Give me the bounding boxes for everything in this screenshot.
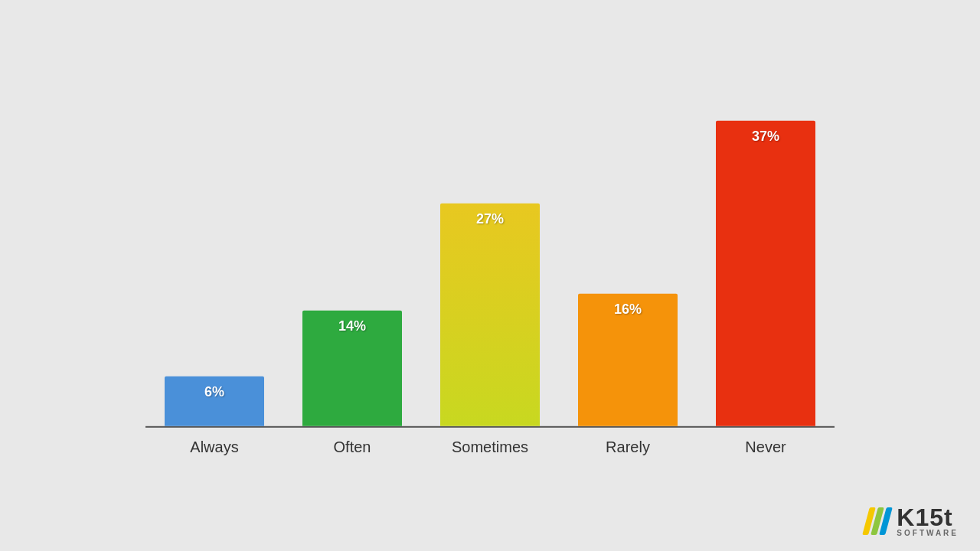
axis-label-often: Often	[291, 428, 413, 456]
axis-label-never: Never	[704, 428, 827, 456]
bar-value-rarely: 16%	[614, 302, 642, 318]
bar-often: 14%	[302, 311, 402, 426]
axis-label-always: Always	[153, 428, 276, 456]
bar-group-rarely: 16%	[567, 53, 689, 426]
bar-group-sometimes: 27%	[429, 53, 551, 426]
logo-slashes	[866, 507, 889, 535]
logo: K15t SOFTWARE	[866, 505, 959, 537]
bar-group-always: 6%	[153, 53, 276, 426]
bar-value-sometimes: 27%	[476, 211, 504, 227]
bar-value-always: 6%	[204, 384, 224, 400]
chart-container: 6%14%27%16%37% AlwaysOftenSometimesRarel…	[145, 53, 835, 481]
axis-label-sometimes: Sometimes	[429, 428, 551, 456]
logo-subtitle: SOFTWARE	[897, 530, 959, 537]
bar-value-often: 14%	[338, 318, 366, 334]
bar-sometimes: 27%	[440, 204, 540, 426]
axis-label-rarely: Rarely	[567, 428, 689, 456]
bar-rarely: 16%	[578, 294, 678, 426]
logo-brand-name: K15t	[897, 505, 959, 530]
bar-never: 37%	[716, 121, 815, 426]
bar-always: 6%	[165, 377, 264, 426]
bar-group-never: 37%	[704, 53, 827, 426]
bars-area: 6%14%27%16%37%	[145, 53, 835, 428]
bar-value-never: 37%	[752, 129, 779, 145]
bar-group-often: 14%	[291, 53, 413, 426]
logo-text: K15t SOFTWARE	[897, 505, 959, 537]
